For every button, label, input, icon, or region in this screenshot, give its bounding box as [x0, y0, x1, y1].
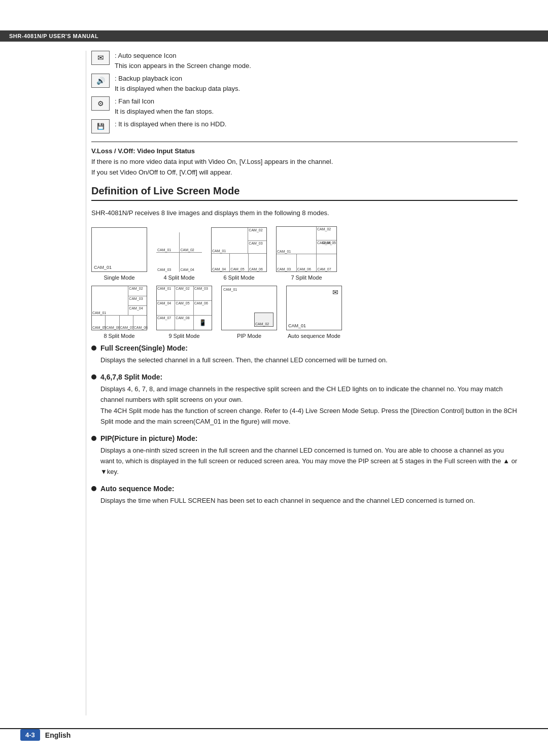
icon-backup-label2: It is displayed when the backup data pla…	[115, 84, 240, 94]
bullet-body-2: Displays 4, 6, 7, 8, and image channels …	[91, 384, 518, 427]
autoseq-mode-label: Auto sequence Mode	[288, 333, 340, 339]
eight-bottom: CAM_05 CAM_06 CAM_07 CAM_08	[92, 316, 147, 330]
autoseq-icon: ✉	[332, 288, 338, 296]
section-title: Definition of Live Screen Mode	[91, 185, 518, 201]
eight-top: CAM_01 CAM_02 CAM_03 CAM_04	[92, 286, 147, 316]
single-cam-label: CAM_01	[94, 265, 112, 270]
autoseq-cam01-label: CAM_01	[288, 323, 306, 328]
samsung-logo: 📱	[199, 319, 207, 326]
lbl-cam04-8: CAM_04	[129, 306, 143, 310]
diagram-autoseq: ✉ CAM_01 Auto sequence Mode	[286, 286, 342, 339]
hdd-icon-box: 💾	[91, 119, 110, 133]
icon-row-backup: 🔊 : Backup playback icon It is displayed…	[91, 74, 518, 93]
icon-seq-label2: This icon appears in the Screen change m…	[115, 61, 251, 71]
diagram-single: CAM_01 Single Mode	[91, 227, 147, 281]
pip-cam02-label: CAM_02	[255, 322, 269, 326]
bullet-pip: PIP(Picture in picture) Mode: Displays a…	[91, 434, 518, 477]
8bc1: CAM_05	[92, 316, 106, 330]
lbl-cam02: CAM_02	[181, 248, 194, 252]
single-mode-label: Single Mode	[104, 274, 134, 281]
six-split-screen: CAM_01 CAM_02 CAM_03 CAM_04 CAM_05 CAM_0…	[211, 227, 267, 272]
eight-inner: CAM_01 CAM_02 CAM_03 CAM_04 CAM_05 CAM_0…	[92, 286, 147, 330]
eight-split-screen: CAM_01 CAM_02 CAM_03 CAM_04 CAM_05 CAM_0…	[91, 286, 147, 330]
lbl-cam04-9: CAM_04	[157, 301, 171, 305]
lbl-cam03-9: CAM_03	[194, 287, 208, 290]
intro-text: SHR-4081N/P receives 8 live images and d…	[91, 208, 518, 219]
diagrams-row-1: CAM_01 Single Mode CAM_01 CAM_02 CAM_03 …	[91, 226, 518, 281]
9c3: CAM_03	[194, 286, 212, 300]
8rc3: CAM_04	[128, 306, 147, 315]
auto-seq-icon: ✉	[97, 53, 104, 62]
8rc2: CAM_03	[128, 296, 147, 306]
bullet-dot-4	[91, 486, 96, 491]
vloss-bold: V.Loss / V.Off	[91, 147, 133, 155]
cell-cam03: CAM_03	[156, 253, 179, 272]
9c2: CAM_02	[175, 286, 193, 300]
lbl-cam04: CAM_04	[181, 268, 194, 271]
vloss-line2: If you set Video On/Off to Off, [V.Off] …	[91, 167, 518, 178]
header-bar: SHR-4081N/P USER'S MANUAL	[0, 30, 548, 42]
lbl-cam06-6: CAM_06	[249, 267, 263, 271]
four-split-label: 4 Split Mode	[163, 274, 194, 281]
diagram-4split: CAM_01 CAM_02 CAM_03 CAM_04 4 Split Mode	[156, 232, 202, 281]
diagram-pip: CAM_01 CAM_02 PIP Mode	[221, 286, 277, 339]
9c4: CAM_04	[157, 301, 175, 315]
bc2: CAM_05	[230, 254, 248, 271]
fan-icon-box: ⚙	[91, 96, 110, 111]
9c9: 📱	[194, 316, 212, 330]
pip-mode-label: PIP Mode	[237, 333, 261, 339]
bullet-body-3: Displays a one-ninth sized screen in the…	[91, 445, 518, 477]
sc2: CAM_03	[248, 241, 266, 253]
lbl-cam01: CAM_01	[157, 248, 171, 252]
lbl-cam07-8: CAM_07	[120, 326, 134, 329]
seven-bottom: CAM_03 CAM_06 CAM_07	[277, 254, 336, 272]
seven-big: CAM_01	[277, 227, 317, 253]
cell-cam01: CAM_01	[156, 232, 179, 252]
nine-split-label: 9 Split Mode	[168, 333, 199, 339]
bullet-dot-3	[91, 436, 96, 441]
nine-split-screen: CAM_01 CAM_02 CAM_03 CAM_04 CAM_05 CAM_0…	[156, 286, 212, 330]
divider	[91, 142, 518, 142]
seven-right-col: CAM_02 CAM_04 CAM_05	[317, 227, 336, 253]
bullet-text-4: Auto sequence Mode:	[100, 485, 174, 493]
lbl-cam01-9: CAM_01	[157, 287, 171, 290]
bullet-fullscreen: Full Screen(Single) Mode: Displays the s…	[91, 344, 518, 365]
header-title: SHR-4081N/P USER'S MANUAL	[9, 33, 98, 39]
eight-main: CAM_01	[92, 286, 128, 315]
vloss-section: V.Loss / V.Off: Video Input Status If th…	[91, 147, 518, 178]
bullet-autoseq: Auto sequence Mode: Displays the time wh…	[91, 485, 518, 506]
vloss-subtitle: : Video Input Status	[133, 147, 195, 155]
lbl-cam03-8: CAM_03	[129, 297, 143, 300]
pip-cam01-label: CAM_01	[223, 288, 237, 291]
9c8: CAM_08	[175, 316, 193, 330]
backup-icon-box: 🔊	[91, 74, 110, 88]
lbl-cam03: CAM_03	[157, 268, 171, 271]
six-bottom: CAM_04 CAM_05 CAM_06	[212, 254, 266, 271]
icon-fan-label2: It is displayed when the fan stops.	[115, 107, 214, 117]
8bc4: CAM_08	[133, 316, 147, 330]
bc1: CAM_04	[212, 254, 230, 271]
bullet-dot-2	[91, 374, 96, 380]
icon-fan-label1: : Fan fail Icon	[115, 96, 214, 107]
pip-small-window: CAM_02	[254, 313, 273, 327]
diagram-6split: CAM_01 CAM_02 CAM_03 CAM_04 CAM_05 CAM_0…	[211, 227, 267, 281]
8bc2: CAM_06	[106, 316, 119, 330]
rc1: CAM_02	[317, 227, 336, 240]
rc2: CAM_04 CAM_05	[317, 240, 336, 254]
vloss-line1: If there is no more video data input wit…	[91, 157, 518, 167]
lbl-cam02-7: CAM_02	[317, 227, 331, 231]
content-area: ✉ : Auto sequence Icon This icon appears…	[91, 51, 518, 715]
lbl-cam02-8: CAM_02	[129, 287, 143, 290]
icons-section: ✉ : Auto sequence Icon This icon appears…	[91, 51, 518, 133]
9c7: CAM_07	[157, 316, 175, 330]
diagrams-row-2: CAM_01 CAM_02 CAM_03 CAM_04 CAM_05 CAM_0…	[91, 286, 518, 339]
bc3: CAM_06	[249, 254, 266, 271]
bullet-text-2: 4,6,7,8 Split Mode:	[100, 373, 162, 381]
7bc1: CAM_03	[277, 254, 297, 272]
lbl-cam03-7: CAM_03	[277, 267, 291, 271]
icon-row-seq: ✉ : Auto sequence Icon This icon appears…	[91, 51, 518, 71]
7bc3: CAM_07	[317, 254, 336, 272]
six-inner: CAM_01 CAM_02 CAM_03 CAM_04 CAM_05 CAM_0…	[212, 228, 266, 271]
diagram-7split: CAM_01 CAM_02 CAM_04 CAM_05 CAM_03 CAM_	[276, 226, 337, 281]
cell-cam04: CAM_04	[180, 253, 202, 272]
